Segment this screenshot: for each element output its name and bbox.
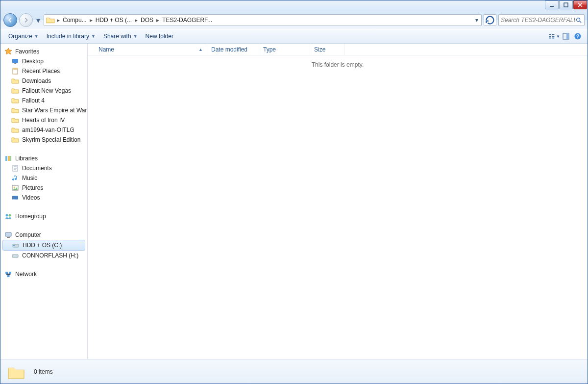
column-size[interactable]: Size bbox=[310, 44, 344, 55]
folder-icon bbox=[11, 116, 19, 124]
file-list-pane: Name▲ Date modified Type Size This folde… bbox=[88, 44, 588, 359]
organize-button[interactable]: Organize▼ bbox=[4, 31, 43, 42]
favorites-header[interactable]: Favorites bbox=[0, 47, 87, 56]
folder-icon bbox=[11, 136, 19, 144]
breadcrumb-seg[interactable]: HDD + OS (... bbox=[94, 15, 134, 26]
drive-icon bbox=[12, 241, 20, 249]
include-in-library-button[interactable]: Include in library▼ bbox=[43, 31, 99, 42]
svg-rect-29 bbox=[13, 245, 15, 246]
sidebar-item[interactable]: Fallout New Vegas bbox=[0, 86, 87, 96]
svg-rect-31 bbox=[5, 272, 8, 274]
svg-rect-23 bbox=[12, 196, 18, 200]
computer-header[interactable]: Computer bbox=[0, 230, 87, 240]
network-header[interactable]: Network bbox=[0, 269, 87, 279]
sidebar-item[interactable]: Fallout 4 bbox=[0, 96, 87, 105]
share-with-button[interactable]: Share with▼ bbox=[99, 31, 142, 42]
maximize-button[interactable] bbox=[559, 0, 573, 9]
refresh-button[interactable] bbox=[484, 14, 496, 26]
svg-point-2 bbox=[577, 18, 580, 22]
nav-history-dropdown[interactable]: ▾ bbox=[35, 13, 42, 27]
libraries-group: Libraries Documents Music Pictures Video… bbox=[0, 154, 87, 203]
sidebar-item-music[interactable]: Music bbox=[0, 173, 87, 183]
search-input[interactable] bbox=[501, 17, 575, 24]
svg-rect-8 bbox=[552, 38, 554, 39]
chevron-right-icon: ▸ bbox=[134, 17, 139, 24]
chevron-right-icon: ▸ bbox=[56, 17, 61, 24]
svg-rect-7 bbox=[552, 36, 554, 37]
new-folder-button[interactable]: New folder bbox=[142, 31, 177, 42]
sidebar-item-recent[interactable]: Recent Places bbox=[0, 66, 87, 76]
breadcrumb-seg[interactable]: TES2-DAGGERF... bbox=[160, 15, 214, 26]
svg-rect-6 bbox=[552, 34, 554, 35]
help-button[interactable]: ? bbox=[572, 30, 584, 42]
favorites-group: Favorites Desktop Recent Places Download… bbox=[0, 47, 87, 145]
svg-rect-16 bbox=[13, 68, 18, 70]
breadcrumb-seg[interactable]: Compu... bbox=[61, 15, 89, 26]
column-date[interactable]: Date modified bbox=[207, 44, 259, 55]
svg-point-24 bbox=[6, 214, 8, 217]
svg-rect-4 bbox=[549, 36, 551, 37]
svg-rect-19 bbox=[10, 156, 11, 161]
recent-icon bbox=[11, 67, 19, 75]
sidebar-item-documents[interactable]: Documents bbox=[0, 163, 87, 173]
folder-icon bbox=[11, 97, 19, 104]
svg-rect-14 bbox=[14, 63, 16, 64]
column-name[interactable]: Name▲ bbox=[95, 44, 207, 55]
svg-rect-0 bbox=[550, 6, 554, 7]
desktop-icon bbox=[11, 57, 19, 65]
nav-row: ▾ ▸ Compu... ▸ HDD + OS (... ▸ DOS ▸ TES… bbox=[0, 11, 588, 29]
svg-rect-13 bbox=[12, 59, 18, 63]
favorites-label: Favorites bbox=[15, 48, 39, 55]
search-box[interactable] bbox=[498, 14, 585, 26]
svg-text:?: ? bbox=[576, 34, 579, 39]
drive-icon bbox=[11, 252, 19, 259]
status-bar: 0 items bbox=[0, 359, 588, 384]
breadcrumb-seg[interactable]: DOS bbox=[139, 15, 155, 26]
sidebar-item[interactable]: Hearts of Iron IV bbox=[0, 115, 87, 125]
computer-group: Computer HDD + OS (C:) CONNORFLASH (H:) bbox=[0, 230, 87, 260]
sort-asc-icon: ▲ bbox=[198, 47, 203, 52]
back-button[interactable] bbox=[3, 13, 17, 27]
address-dropdown[interactable]: ▾ bbox=[473, 17, 480, 24]
libraries-header[interactable]: Libraries bbox=[0, 154, 87, 163]
network-icon bbox=[4, 270, 12, 278]
svg-rect-33 bbox=[7, 275, 10, 277]
sidebar-item[interactable]: Skyrim Special Edition bbox=[0, 135, 87, 145]
preview-pane-button[interactable] bbox=[560, 30, 572, 42]
sidebar-item-drive-c[interactable]: HDD + OS (C:) bbox=[2, 240, 85, 251]
svg-rect-18 bbox=[8, 156, 10, 161]
svg-rect-27 bbox=[7, 237, 10, 238]
explorer-window: ▾ ▸ Compu... ▸ HDD + OS (... ▸ DOS ▸ TES… bbox=[0, 0, 588, 384]
folder-icon bbox=[11, 87, 19, 95]
sidebar-item-videos[interactable]: Videos bbox=[0, 193, 87, 203]
sidebar-item-desktop[interactable]: Desktop bbox=[0, 56, 87, 66]
svg-rect-30 bbox=[12, 255, 18, 257]
status-item-count: 0 items bbox=[34, 368, 53, 375]
sidebar-item[interactable]: Star Wars Empire at War bbox=[0, 105, 87, 115]
folder-icon bbox=[11, 106, 19, 114]
address-bar[interactable]: ▸ Compu... ▸ HDD + OS (... ▸ DOS ▸ TES2-… bbox=[44, 14, 482, 26]
folder-icon bbox=[46, 16, 55, 25]
column-type[interactable]: Type bbox=[259, 44, 310, 55]
sidebar-item-pictures[interactable]: Pictures bbox=[0, 183, 87, 193]
close-button[interactable] bbox=[573, 0, 587, 9]
navigation-pane[interactable]: Favorites Desktop Recent Places Download… bbox=[0, 44, 88, 359]
svg-rect-3 bbox=[549, 34, 551, 35]
forward-button[interactable] bbox=[19, 13, 33, 27]
minimize-button[interactable] bbox=[545, 0, 559, 9]
folder-icon bbox=[6, 362, 26, 382]
folder-icon bbox=[11, 77, 19, 85]
view-options-button[interactable]: ▼ bbox=[548, 30, 560, 42]
homegroup-header[interactable]: Homegroup bbox=[0, 211, 87, 221]
chevron-right-icon: ▸ bbox=[89, 17, 94, 24]
chevron-right-icon: ▸ bbox=[155, 17, 160, 24]
sidebar-item[interactable]: am1994-van-OITLG bbox=[0, 125, 87, 135]
empty-folder-message: This folder is empty. bbox=[88, 55, 588, 359]
computer-icon bbox=[4, 231, 12, 239]
sidebar-item-drive-h[interactable]: CONNORFLASH (H:) bbox=[0, 251, 87, 260]
svg-rect-1 bbox=[564, 3, 568, 7]
toolbar: Organize▼ Include in library▼ Share with… bbox=[0, 29, 588, 44]
videos-icon bbox=[11, 194, 19, 202]
sidebar-item-downloads[interactable]: Downloads bbox=[0, 76, 87, 86]
search-icon bbox=[575, 17, 582, 24]
